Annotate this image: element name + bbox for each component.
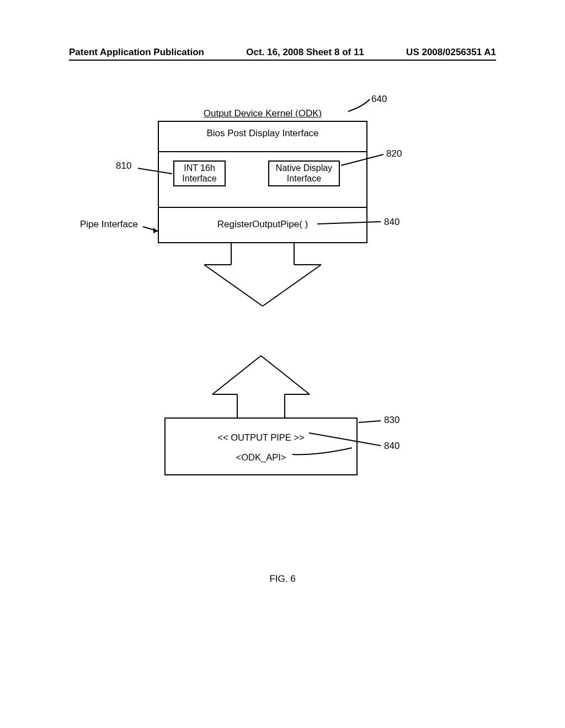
svg-line-12 [261, 356, 310, 394]
svg-line-11 [212, 356, 261, 394]
label-840-lower: 840 [384, 441, 399, 452]
odk-divider-1 [158, 151, 367, 152]
output-pipe-text: << OUTPUT PIPE >> [166, 427, 356, 447]
odk-title: Output Device Kernel (ODK) [158, 108, 367, 119]
odk-api-text: <ODK_API> [166, 447, 356, 467]
header-sheet: Oct. 16, 2008 Sheet 8 of 11 [246, 47, 364, 58]
int16h-interface-box: INT 16h Interface [173, 160, 226, 186]
figure-caption: FIG. 6 [0, 574, 565, 585]
svg-line-6 [263, 265, 321, 306]
label-640: 640 [371, 94, 387, 105]
output-pipe-box: << OUTPUT PIPE >> <ODK_API> [164, 417, 358, 475]
odk-divider-2 [158, 207, 367, 208]
header-pubnum: US 2008/0256351 A1 [406, 47, 496, 58]
header-rule [69, 60, 496, 61]
native-text: Native Display Interface [276, 163, 332, 183]
register-output-pipe: RegisterOutputPipe( ) [158, 219, 367, 230]
bios-post-display-interface: Bios Post Display Interface [158, 128, 367, 139]
label-810: 810 [116, 160, 131, 172]
label-pipe-interface: Pipe Interface [80, 219, 138, 230]
label-820: 820 [386, 148, 402, 159]
label-830: 830 [384, 415, 399, 426]
svg-marker-0 [153, 228, 158, 233]
page-header: Patent Application Publication Oct. 16, … [0, 47, 565, 58]
int16h-text: INT 16h Interface [182, 163, 216, 183]
label-840-upper: 840 [384, 217, 399, 228]
header-publication: Patent Application Publication [69, 47, 204, 58]
svg-line-5 [204, 265, 263, 306]
native-display-interface-box: Native Display Interface [268, 160, 340, 186]
